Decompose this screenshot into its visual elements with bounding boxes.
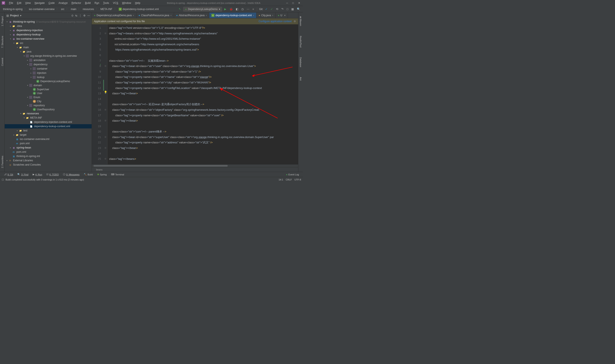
- fold-gutter[interactable]: ⊟ ⊟ ⊟ ⊟⊟ ⊟⊟⊟: [104, 24, 107, 165]
- debug-icon[interactable]: 🐞: [228, 7, 234, 12]
- breadcrumb-item[interactable]: ioc-container-overview: [27, 7, 56, 11]
- tree-item[interactable]: 📄dependency-injection-context.xml: [5, 120, 92, 124]
- tool-tab-maven[interactable]: m Maven: [299, 14, 302, 28]
- menu-navigate[interactable]: Navigate: [33, 1, 46, 5]
- tree-item[interactable]: ◎Scratches and Consoles: [5, 163, 92, 167]
- tree-item[interactable]: ▸📁target: [5, 133, 92, 137]
- menu-file[interactable]: File: [7, 1, 15, 5]
- tool-event-log[interactable]: ●Event Log: [284, 173, 301, 176]
- close-icon[interactable]: ✕: [297, 1, 301, 5]
- menu-tools[interactable]: Tools: [101, 1, 111, 5]
- tool-git[interactable]: ⎇9: Git: [2, 173, 15, 176]
- code-content[interactable]: class="tag"><?xml version=class="str">"1…: [107, 24, 298, 165]
- project-tree[interactable]: ▾▣thinking-in-springD:\worksprace\极客学习\s…: [5, 19, 92, 172]
- tree-item[interactable]: ▦ioc-container-overview.iml: [5, 137, 92, 141]
- hide-icon[interactable]: —: [87, 14, 90, 17]
- tree-item[interactable]: ▸📁.idea: [5, 24, 92, 28]
- menu-build[interactable]: Build: [83, 1, 93, 5]
- minimize-icon[interactable]: ─: [285, 1, 289, 5]
- tool-tab-commit[interactable]: Commit: [1, 56, 4, 68]
- tree-item[interactable]: CUser: [5, 91, 92, 95]
- tree-item[interactable]: ▾▣ioc-container-overview: [5, 37, 92, 41]
- tree-item[interactable]: ▾org.xiaoge.thinking.in.spring.ioc.overv…: [5, 54, 92, 58]
- editor-breadcrumb-footer[interactable]: beans: [92, 167, 298, 172]
- tree-item[interactable]: ▸annotation: [5, 58, 92, 62]
- chevron-down-icon[interactable]: ▾: [20, 14, 21, 17]
- tool-todo[interactable]: ☑6: TODO: [44, 173, 61, 176]
- tool-tab-ant[interactable]: Ant: [299, 75, 302, 82]
- editor-tab[interactable]: ●DependencyLookupDemo.java×: [92, 13, 136, 18]
- tree-item-selected[interactable]: 📄dependency-lookup-context.xml: [5, 124, 92, 129]
- tool-tab-restful[interactable]: RestfulTool: [299, 34, 302, 49]
- file-encoding[interactable]: UTF-8: [294, 178, 301, 181]
- intention-bulb-icon[interactable]: 💡: [104, 91, 107, 94]
- expand-icon[interactable]: ⇆: [75, 14, 77, 17]
- tree-item[interactable]: CSuperUser: [5, 88, 92, 91]
- tree-item[interactable]: ▦thinking-in-spring.iml: [5, 154, 92, 158]
- tool-find[interactable]: 🔍3: Find: [15, 173, 30, 176]
- gear-icon[interactable]: ⚙: [294, 20, 296, 23]
- breadcrumb-item[interactable]: src: [60, 7, 66, 11]
- menu-refactor[interactable]: Refactor: [70, 1, 83, 5]
- project-structure-icon[interactable]: ▦: [290, 7, 295, 12]
- git-update-icon[interactable]: ✓: [264, 7, 268, 12]
- editor-tab[interactable]: ●AbstractResource.java×: [174, 13, 209, 18]
- tree-item[interactable]: mpom.xml: [5, 150, 92, 154]
- attach-icon[interactable]: ⋯: [246, 7, 250, 12]
- tool-spring[interactable]: ❀Spring: [95, 173, 109, 176]
- editor-tab-active[interactable]: xdependency-lookup-context.xml×: [209, 13, 256, 18]
- profile-icon[interactable]: ◷: [241, 7, 244, 12]
- close-tab-icon[interactable]: ×: [170, 14, 172, 17]
- tree-item[interactable]: ECity: [5, 99, 92, 103]
- configure-context-link[interactable]: Configure application context: [259, 20, 292, 23]
- tree-item[interactable]: ▾dependency: [5, 62, 92, 66]
- tool-terminal[interactable]: ⌨Terminal: [109, 173, 126, 176]
- editor-tab[interactable]: ●City.java×: [256, 13, 276, 18]
- tree-item[interactable]: ▾domain: [5, 83, 92, 88]
- tool-messages[interactable]: ⓘ0: Messages: [61, 172, 81, 176]
- git-push-icon[interactable]: □: [286, 7, 289, 12]
- run-icon[interactable]: ▶: [223, 7, 227, 12]
- tree-item[interactable]: ▾📁java: [5, 50, 92, 54]
- tool-tab-favorites[interactable]: 2: Favorites: [1, 154, 4, 170]
- tree-item[interactable]: ▾📁resources: [5, 111, 92, 116]
- git-rollback-icon[interactable]: ↷: [280, 7, 284, 12]
- run-configuration-selector[interactable]: ● DependencyLookupDemo ▾: [183, 7, 222, 12]
- editor-tab[interactable]: ●ClassPathResource.java×: [136, 13, 174, 18]
- menu-edit[interactable]: Edit: [15, 1, 23, 5]
- breadcrumb-item[interactable]: resources: [81, 7, 95, 11]
- breadcrumb-item[interactable]: thinking-in-spring: [2, 7, 24, 11]
- menu-help[interactable]: Help: [133, 1, 142, 5]
- stop-icon[interactable]: ■: [252, 7, 255, 12]
- git-commit-icon[interactable]: ✓: [270, 7, 274, 12]
- menu-code[interactable]: Code: [47, 1, 56, 5]
- code-editor[interactable]: 12345 678910 1112131415 1617181920 21222…: [92, 24, 298, 165]
- menu-analyze[interactable]: Analyze: [57, 1, 69, 5]
- tool-tab-structure[interactable]: 7: Structure: [1, 34, 4, 50]
- tree-item[interactable]: CUserRepository: [5, 107, 92, 111]
- tree-item[interactable]: ▾📁main: [5, 45, 92, 50]
- tool-build[interactable]: 🔨Build: [81, 173, 95, 176]
- tree-item[interactable]: ▾Enum: [5, 95, 92, 99]
- coverage-icon[interactable]: ◧: [235, 7, 239, 12]
- tool-tab-project[interactable]: 1: Project: [1, 14, 4, 28]
- menu-vcs[interactable]: VCS: [111, 1, 120, 5]
- tree-item[interactable]: ▸container: [5, 66, 92, 71]
- breadcrumb-file[interactable]: xdependency-lookup-context.xml: [118, 7, 160, 11]
- search-icon[interactable]: 🔍: [296, 7, 301, 12]
- menu-view[interactable]: View: [24, 1, 32, 5]
- back-icon[interactable]: ↖: [178, 7, 182, 12]
- tree-item[interactable]: ▸▣dependency-injection: [5, 28, 92, 32]
- tree-root[interactable]: ▾▣thinking-in-springD:\worksprace\极客学习\s…: [5, 20, 92, 24]
- tree-item[interactable]: ▾lookup: [5, 75, 92, 79]
- gear-icon[interactable]: ⚙: [83, 14, 86, 17]
- horizontal-scrollbar[interactable]: [92, 165, 298, 167]
- tree-item[interactable]: ▸injection: [5, 71, 92, 75]
- status-icon[interactable]: ▢: [2, 178, 4, 181]
- tree-item[interactable]: CDependencyLookupDemo: [5, 79, 92, 83]
- tree-item[interactable]: ▸⊪External Libraries: [5, 158, 92, 163]
- close-tab-icon[interactable]: ×: [133, 14, 134, 17]
- close-tab-icon[interactable]: ×: [253, 14, 254, 17]
- editor-tab[interactable]: ●U▾: [276, 13, 288, 18]
- tree-item[interactable]: ▸▣dependency-lookup: [5, 32, 92, 37]
